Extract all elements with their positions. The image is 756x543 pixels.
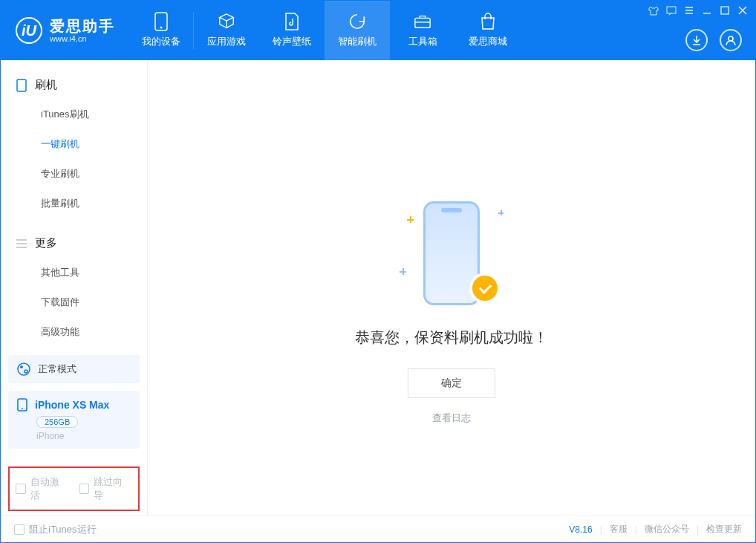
app-window: iU 爱思助手 www.i4.cn 我的设备 应用游戏 [0, 0, 756, 543]
sparkle-icon [400, 268, 406, 275]
logo-area: iU 爱思助手 www.i4.cn [1, 1, 128, 60]
svg-point-18 [20, 365, 23, 368]
nav-label: 应用游戏 [207, 35, 246, 48]
sidebar-item-advanced[interactable]: 高级功能 [1, 317, 147, 347]
checkbox-icon [14, 524, 25, 535]
sidebar-item-onekey[interactable]: 一键刷机 [1, 129, 147, 159]
logo-text: 爱思助手 www.i4.cn [50, 18, 115, 43]
checks-highlight: 自动激活 跳过向导 [8, 466, 140, 511]
logo-icon: iU [16, 17, 42, 44]
checkbox-block-itunes[interactable]: 阻止iTunes运行 [14, 523, 97, 536]
nav-store[interactable]: 爱思商城 [455, 1, 521, 60]
check-update-link[interactable]: 检查更新 [706, 523, 742, 536]
device-box[interactable]: iPhone XS Max 256GB iPhone [8, 391, 140, 449]
device-icon [17, 398, 27, 412]
nav-label: 爱思商城 [469, 35, 507, 48]
nav-toolbox[interactable]: 工具箱 [390, 1, 455, 60]
checkbox-skip-guide[interactable]: 跳过向导 [79, 475, 133, 502]
checkbox-icon [79, 484, 90, 494]
sidebar-bottom: 正常模式 iPhone XS Max 256GB iPhone [1, 348, 147, 456]
toolbox-icon [414, 13, 431, 30]
minimize-icon[interactable] [702, 5, 712, 16]
device-type: iPhone [36, 431, 131, 441]
section-title: 更多 [35, 236, 57, 250]
checkbox-label: 自动激活 [30, 475, 69, 502]
music-file-icon [283, 13, 301, 30]
list-icon [16, 238, 27, 250]
svg-rect-9 [721, 7, 729, 14]
app-url: www.i4.cn [50, 34, 115, 43]
sidebar-scroll: 刷机 iTunes刷机 一键刷机 专业刷机 批量刷机 更多 其他工具 下载固件 … [1, 60, 147, 348]
sidebar-item-pro[interactable]: 专业刷机 [1, 159, 147, 189]
nav: 我的设备 应用游戏 铃声壁纸 智能刷机 [128, 1, 521, 60]
shirt-icon[interactable] [648, 5, 659, 16]
menu-icon[interactable] [684, 5, 694, 16]
svg-point-12 [729, 36, 733, 41]
sidebar-item-batch[interactable]: 批量刷机 [1, 189, 147, 218]
sidebar-section-more: 更多 [1, 229, 147, 258]
checkbox-label: 跳过向导 [94, 475, 132, 502]
mode-icon [17, 362, 30, 376]
main: 恭喜您，保资料刷机成功啦！ 确定 查看日志 [148, 60, 755, 516]
success-message: 恭喜您，保资料刷机成功啦！ [355, 328, 548, 348]
footer: 阻止iTunes运行 V8.16 | 客服 | 微信公众号 | 检查更新 [1, 516, 755, 542]
checkbox-label: 阻止iTunes运行 [29, 523, 97, 536]
device-name: iPhone XS Max [35, 399, 109, 411]
maximize-icon[interactable] [720, 5, 730, 16]
phone-small-icon [16, 79, 27, 91]
window-controls [648, 5, 748, 16]
section-title: 刷机 [35, 78, 57, 92]
sidebar-item-itunes[interactable]: iTunes刷机 [1, 100, 147, 129]
version-label: V8.16 [569, 524, 592, 535]
nav-my-device[interactable]: 我的设备 [128, 1, 194, 60]
success-illustration [400, 201, 504, 305]
nav-apps[interactable]: 应用游戏 [194, 1, 259, 60]
app-title: 爱思助手 [50, 18, 115, 34]
cube-icon [218, 13, 235, 30]
ok-button[interactable]: 确定 [408, 368, 495, 398]
nav-label: 我的设备 [142, 35, 180, 48]
header: iU 爱思助手 www.i4.cn 我的设备 应用游戏 [1, 1, 755, 60]
sidebar-item-firmware[interactable]: 下载固件 [1, 287, 147, 317]
refresh-shield-icon [348, 13, 366, 30]
checkbox-auto-activate[interactable]: 自动激活 [16, 475, 69, 502]
sidebar-item-other[interactable]: 其他工具 [1, 258, 147, 287]
check-badge-icon [472, 276, 498, 301]
svg-rect-13 [17, 79, 26, 91]
service-link[interactable]: 客服 [610, 523, 628, 536]
sidebar-section-flash: 刷机 [1, 71, 147, 100]
svg-point-21 [22, 408, 23, 409]
checkbox-icon [16, 484, 26, 494]
nav-label: 智能刷机 [338, 35, 377, 48]
phone-illustration-icon [423, 201, 480, 305]
sparkle-icon [498, 210, 504, 215]
svg-point-1 [160, 27, 163, 29]
nav-label: 铃声壁纸 [273, 35, 311, 48]
svg-rect-2 [415, 18, 430, 27]
bag-icon [479, 13, 497, 30]
header-actions [685, 29, 742, 51]
view-log-link[interactable]: 查看日志 [432, 412, 471, 425]
svg-rect-4 [667, 7, 676, 13]
wechat-link[interactable]: 微信公众号 [645, 523, 689, 536]
mode-box[interactable]: 正常模式 [8, 355, 140, 383]
feedback-icon[interactable] [666, 5, 677, 16]
nav-flash[interactable]: 智能刷机 [325, 1, 390, 60]
body: 刷机 iTunes刷机 一键刷机 专业刷机 批量刷机 更多 其他工具 下载固件 … [1, 60, 755, 516]
mode-label: 正常模式 [38, 362, 76, 376]
svg-point-17 [18, 363, 30, 375]
nav-ringtone[interactable]: 铃声壁纸 [259, 1, 325, 60]
phone-icon [152, 13, 170, 30]
close-icon[interactable] [737, 5, 748, 16]
nav-label: 工具箱 [408, 35, 437, 48]
user-icon[interactable] [720, 29, 742, 51]
svg-point-19 [25, 370, 27, 373]
sidebar: 刷机 iTunes刷机 一键刷机 专业刷机 批量刷机 更多 其他工具 下载固件 … [1, 60, 148, 516]
device-capacity: 256GB [36, 416, 78, 428]
download-icon[interactable] [685, 29, 708, 51]
sparkle-icon [407, 216, 414, 223]
